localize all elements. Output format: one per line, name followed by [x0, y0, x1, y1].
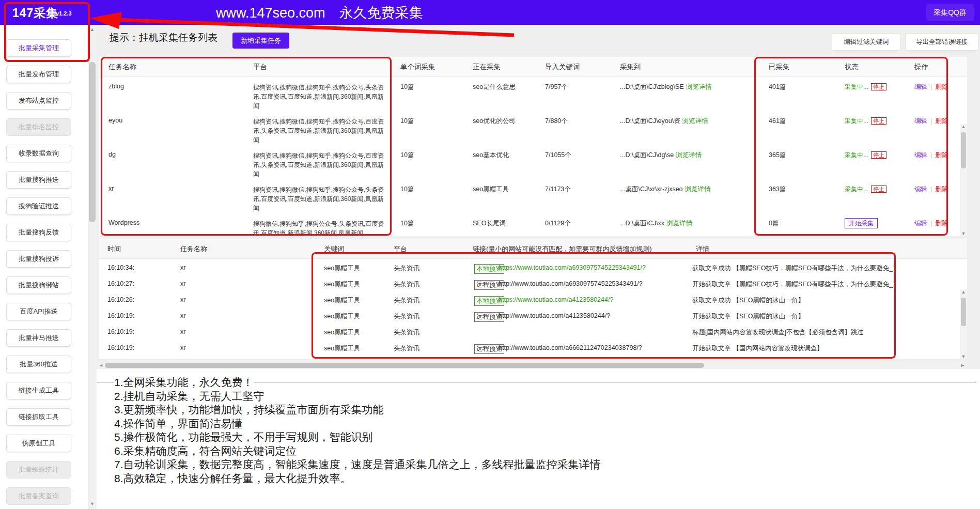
delete-link[interactable]: 删除: [935, 151, 948, 159]
sidebar-item-batch-sogou-push[interactable]: 批量搜狗推送: [6, 171, 71, 189]
running-status: 采集中...: [845, 151, 868, 159]
task-table-scrollbar[interactable]: ▲ ▼: [960, 124, 967, 236]
scrollbar-thumb[interactable]: [961, 132, 966, 168]
per-word-count: 10篇: [400, 185, 414, 194]
log-table-scrollbar[interactable]: ▲ ▼: [960, 289, 967, 359]
stop-button[interactable]: 停止: [871, 83, 886, 90]
collected-count: 461篇: [769, 117, 786, 126]
status-cell: 开始采集: [845, 219, 878, 228]
delete-link[interactable]: 删除: [935, 186, 948, 193]
imported-count: 7/1055个: [545, 151, 571, 160]
col-link: 链接(量小的网站可能没有匹配，如需要可群内反馈增加规则): [473, 244, 652, 254]
scrollbar-thumb[interactable]: [105, 363, 704, 368]
edit-link[interactable]: 编辑: [914, 151, 927, 159]
sidebar-item-link-grab-tool[interactable]: 链接抓取工具: [6, 408, 71, 426]
feature-item: 5.操作极简化，功能最强大，不用手写规则，智能识别: [114, 430, 601, 444]
article-link[interactable]: http://www.toutiao.com/a6930975745225343…: [499, 280, 643, 287]
col-keyword: 关键词: [324, 244, 344, 254]
col-save-path: 采集到: [620, 63, 641, 72]
edit-link[interactable]: 编辑: [914, 83, 927, 90]
scrollbar-thumb[interactable]: [961, 298, 966, 326]
stop-button[interactable]: 停止: [871, 151, 886, 159]
sidebar-item-baidu-api-push[interactable]: 百度API推送: [6, 303, 71, 320]
task-name: eyou: [108, 117, 122, 124]
sidebar-item-publish-site-monitor[interactable]: 发布站点监控: [6, 92, 71, 110]
article-link[interactable]: https://www.toutiao.com/a693097574522534…: [499, 264, 646, 271]
browse-details-link[interactable]: 浏览详情: [666, 220, 692, 227]
sidebar-item-batch-sogou-bind[interactable]: 批量搜狗绑站: [6, 276, 71, 294]
log-platform: 头条资讯: [394, 312, 419, 321]
scroll-left-icon[interactable]: ◄: [97, 363, 105, 368]
sidebar: 批量采集管理 批量发布管理 发布站点监控 批量排名监控 收录数据查询 批量搜狗推…: [0, 25, 88, 509]
col-status: 状态: [845, 63, 859, 72]
delete-link[interactable]: 删除: [935, 83, 948, 90]
current-keyword: seo基本优化: [473, 151, 509, 160]
per-word-count: 10篇: [400, 219, 414, 228]
edit-link[interactable]: 编辑: [914, 220, 927, 227]
task-table: 任务名称 平台 单个词采集 正在采集 导入关键词 采集到 已采集 状态 操作 z…: [99, 57, 967, 236]
status-cell: 采集中...停止: [845, 117, 886, 126]
collected-count: 363篇: [769, 185, 786, 194]
scroll-up-icon[interactable]: ▲: [960, 124, 967, 129]
qq-group-button[interactable]: 采集QQ群: [926, 4, 974, 21]
browse-details-link[interactable]: 浏览详情: [686, 83, 712, 90]
log-detail: 获取文章成功 【黑帽SEO技巧，黑帽SEO有哪些手法，为什么要避免_】: [692, 264, 899, 273]
sidebar-item-pseudo-original-tool[interactable]: 伪原创工具: [6, 435, 71, 452]
start-collect-button[interactable]: 开始采集: [845, 218, 878, 228]
stop-button[interactable]: 停止: [871, 186, 886, 193]
action-separator: |: [930, 83, 932, 90]
scroll-down-icon[interactable]: ▼: [960, 354, 967, 359]
delete-link[interactable]: 删除: [935, 117, 948, 125]
top-bar: 147采集 v1.2.3 www.147seo.com 永久免费采集 采集QQ群: [0, 0, 980, 25]
log-keyword: seo黑帽工具: [324, 280, 360, 289]
scroll-up-icon[interactable]: ▲: [88, 27, 97, 32]
browse-details-link[interactable]: 浏览详情: [682, 117, 708, 125]
log-row: 16:10:19: xr seo黑帽工具 头条资讯 标题[国内网站内容篡改现状调…: [99, 325, 967, 341]
edit-filter-keywords-button[interactable]: 编辑过滤关键词: [832, 33, 901, 51]
edit-link[interactable]: 编辑: [914, 186, 927, 193]
feature-item: 7.自动轮训采集，数据完整度高，智能采集速度，速度是普通采集几倍之上，多线程批量…: [114, 458, 601, 472]
sidebar-item-batch-rank-monitor: 批量排名监控: [6, 118, 71, 136]
task-name: xr: [108, 185, 114, 192]
article-link[interactable]: http://www.toutiao.com/a4123580244/?: [499, 312, 610, 319]
browse-details-link[interactable]: 浏览详情: [676, 151, 702, 159]
export-error-links-button[interactable]: 导出全部错误链接: [905, 33, 978, 51]
actions-cell: 编辑|删除: [914, 185, 948, 194]
scroll-down-icon[interactable]: ▼: [88, 501, 97, 506]
sidebar-item-batch-sogou-complaint[interactable]: 批量搜狗投诉: [6, 250, 71, 268]
page-title: 提示：挂机采集任务列表: [110, 31, 217, 44]
edit-link[interactable]: 编辑: [914, 117, 927, 125]
log-row: 16:10:19: xr seo黑帽工具 头条资讯 远程预览 http://ww…: [99, 309, 967, 325]
save-path: ...D:\桌面\CJ\zblog\SE浏览详情: [620, 83, 712, 91]
sidebar-item-index-data-query[interactable]: 收录数据查询: [6, 145, 71, 162]
main-vertical-scrollbar[interactable]: ▲ ▼: [88, 25, 97, 509]
collected-count: 401篇: [769, 83, 786, 91]
scroll-up-icon[interactable]: ▲: [960, 289, 967, 295]
article-link[interactable]: http://www.toutiao.com/a6662112470234038…: [499, 344, 642, 351]
new-task-button[interactable]: 新增采集任务: [232, 33, 289, 49]
stop-button[interactable]: 停止: [871, 117, 886, 125]
save-path: ...D:\桌面\CJ\eyou\资浏览详情: [620, 117, 708, 126]
task-platforms: 搜狗资讯,搜狗微信,搜狗知乎,搜狗公众号,百度资讯,头条资讯,百度知道,新浪新闻…: [253, 151, 386, 179]
per-word-count: 10篇: [400, 83, 414, 91]
path-text: ...桌面\CJ\xr\xr-zjxseo: [620, 186, 683, 193]
col-task-name: 任务名称: [108, 63, 136, 72]
sidebar-item-batch-shenma-push[interactable]: 批量神马推送: [6, 329, 71, 347]
sidebar-item-batch-360-push[interactable]: 批量360推送: [6, 356, 71, 373]
scroll-down-icon[interactable]: ▼: [960, 231, 967, 236]
action-separator: |: [930, 186, 932, 193]
log-detail: 获取文章成功 【SEO黑帽的冰山一角】: [692, 296, 804, 305]
scroll-right-icon[interactable]: ►: [958, 363, 967, 368]
delete-link[interactable]: 删除: [935, 220, 948, 227]
sidebar-item-batch-publish-mgmt[interactable]: 批量发布管理: [6, 66, 71, 83]
sidebar-item-batch-collect-mgmt[interactable]: 批量采集管理: [6, 39, 71, 57]
article-link[interactable]: https://www.toutiao.com/a4123580244/?: [499, 296, 613, 303]
sidebar-item-sogou-verify-push[interactable]: 搜狗验证推送: [6, 197, 71, 215]
current-keyword: seo优化的公司: [473, 117, 516, 126]
sidebar-item-link-generate-tool[interactable]: 链接生成工具: [6, 382, 71, 399]
horizontal-scrollbar[interactable]: ◄ ►: [97, 362, 967, 369]
browse-details-link[interactable]: 浏览详情: [685, 186, 711, 193]
save-path: ...D:\桌面\CJ\dg\se浏览详情: [620, 151, 702, 160]
sidebar-item-batch-sogou-feedback[interactable]: 批量搜狗反馈: [6, 224, 71, 241]
scrollbar-thumb[interactable]: [89, 62, 96, 222]
